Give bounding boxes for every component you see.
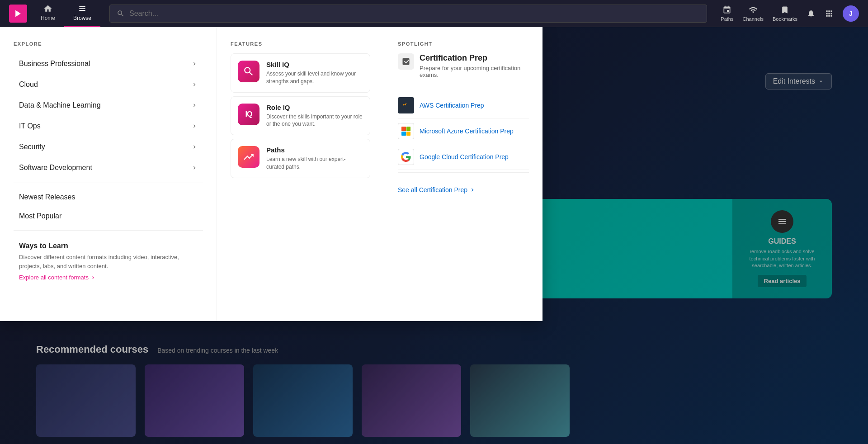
see-all-section: See all Certification Prep: [398, 172, 529, 194]
aws-cert-name: AWS Certification Prep: [420, 102, 484, 109]
top-navigation: Home Browse Paths Channels Bookmarks J: [0, 0, 868, 27]
skill-iq-icon: [238, 61, 259, 82]
cert-item-azure[interactable]: Microsoft Azure Certification Prep: [398, 118, 529, 144]
cert-prep-text: Certification Prep Prepare for your upco…: [420, 53, 529, 85]
role-iq-icon: IQ: [238, 104, 259, 125]
explore-formats-label: Explore all content formats: [19, 274, 89, 281]
cert-prep-header: Certification Prep Prepare for your upco…: [398, 53, 529, 85]
explore-title: EXPLORE: [14, 41, 203, 47]
paths-icon: [238, 146, 259, 168]
cert-prep-icon: [398, 53, 414, 70]
feature-card-role-iq[interactable]: IQ Role IQ Discover the skills important…: [231, 96, 370, 136]
feature-description: Discover the skills important to your ro…: [266, 113, 363, 128]
svg-marker-0: [15, 10, 21, 17]
explore-item-data-ml[interactable]: Data & Machine Learning: [14, 95, 203, 116]
features-title: FEATURES: [231, 41, 370, 47]
explore-item-software-dev[interactable]: Software Development: [14, 157, 203, 178]
nav-right-icons: Paths Channels Bookmarks J: [721, 5, 859, 22]
nav-channels-label: Channels: [742, 16, 763, 22]
feature-title: Skill IQ: [266, 61, 363, 68]
explore-item-it-ops[interactable]: IT Ops: [14, 116, 203, 137]
feature-content-paths: Paths Learn a new skill with our expert-…: [266, 146, 363, 171]
explore-content-formats-link[interactable]: Explore all content formats: [19, 274, 198, 281]
explore-divider: [14, 183, 203, 183]
chevron-right-icon: [469, 187, 476, 193]
nav-channels[interactable]: Channels: [742, 5, 763, 22]
explore-panel: EXPLORE Business Professional Cloud Data…: [0, 28, 217, 321]
nav-browse-label: Browse: [73, 15, 91, 21]
see-all-certification-link[interactable]: See all Certification Prep: [398, 186, 529, 194]
nav-apps[interactable]: [825, 9, 834, 18]
nav-paths[interactable]: Paths: [721, 5, 733, 22]
features-panel: FEATURES Skill IQ Assess your skill leve…: [217, 28, 384, 321]
chevron-right-icon: [191, 61, 198, 67]
feature-title: Paths: [266, 146, 363, 154]
user-avatar[interactable]: J: [843, 5, 859, 22]
nav-bookmarks[interactable]: Bookmarks: [773, 5, 797, 22]
nav-paths-label: Paths: [721, 16, 733, 22]
cert-item-aws[interactable]: AWS Certification Prep: [398, 93, 529, 118]
aws-logo: [398, 97, 414, 113]
nav-notifications[interactable]: [807, 9, 816, 18]
feature-description: Assess your skill level and know your st…: [266, 70, 363, 85]
nav-home[interactable]: Home: [32, 0, 64, 27]
explore-item-label: Cloud: [19, 80, 38, 89]
nav-bookmarks-label: Bookmarks: [773, 16, 797, 22]
explore-item-label: Security: [19, 143, 45, 151]
most-popular-link[interactable]: Most Popular: [14, 207, 203, 226]
chevron-right-icon: [191, 144, 198, 150]
explore-item-security[interactable]: Security: [14, 137, 203, 157]
see-all-cert-label: See all Certification Prep: [398, 186, 467, 194]
azure-logo: [398, 123, 414, 139]
chevron-right-icon: [191, 123, 198, 129]
search-icon: [117, 9, 125, 18]
cert-prep-title: Certification Prep: [420, 53, 529, 63]
ways-to-learn-description: Discover different content formats inclu…: [19, 253, 198, 270]
app-logo[interactable]: [9, 5, 27, 23]
explore-item-label: IT Ops: [19, 122, 41, 130]
feature-description: Learn a new skill with our expert-curate…: [266, 156, 363, 171]
explore-item-business[interactable]: Business Professional: [14, 53, 203, 74]
explore-item-label: Business Professional: [19, 60, 90, 68]
arrow-right-icon: [90, 275, 96, 280]
browse-dropdown: EXPLORE Business Professional Cloud Data…: [0, 27, 542, 321]
feature-card-paths[interactable]: Paths Learn a new skill with our expert-…: [231, 139, 370, 178]
ways-to-learn-title: Ways to Learn: [19, 242, 198, 250]
nav-home-label: Home: [41, 15, 55, 21]
search-input[interactable]: [129, 9, 700, 18]
ways-to-learn-section: Ways to Learn Discover different content…: [14, 235, 203, 288]
chevron-right-icon: [191, 102, 198, 109]
explore-item-label: Software Development: [19, 164, 92, 172]
feature-content-role-iq: Role IQ Discover the skills important to…: [266, 104, 363, 128]
chevron-right-icon: [191, 81, 198, 88]
explore-divider-2: [14, 230, 203, 231]
nav-browse[interactable]: Browse: [64, 0, 100, 27]
azure-cert-name: Microsoft Azure Certification Prep: [420, 128, 514, 135]
newest-releases-link[interactable]: Newest Releases: [14, 188, 203, 207]
chevron-right-icon: [191, 165, 198, 171]
explore-item-label: Data & Machine Learning: [19, 101, 101, 109]
spotlight-panel: SPOTLIGHT Certification Prep Prepare for…: [384, 28, 542, 321]
gcp-logo: [398, 149, 414, 165]
spotlight-title: SPOTLIGHT: [398, 41, 529, 47]
search-bar: [109, 5, 707, 23]
feature-card-skill-iq[interactable]: Skill IQ Assess your skill level and kno…: [231, 53, 370, 93]
explore-item-cloud[interactable]: Cloud: [14, 74, 203, 95]
feature-content-skill-iq: Skill IQ Assess your skill level and kno…: [266, 61, 363, 85]
cert-prep-description: Prepare for your upcoming certification …: [420, 65, 529, 78]
feature-title: Role IQ: [266, 104, 363, 111]
gcp-cert-name: Google Cloud Certification Prep: [420, 153, 509, 161]
cert-item-gcp[interactable]: Google Cloud Certification Prep: [398, 144, 529, 170]
